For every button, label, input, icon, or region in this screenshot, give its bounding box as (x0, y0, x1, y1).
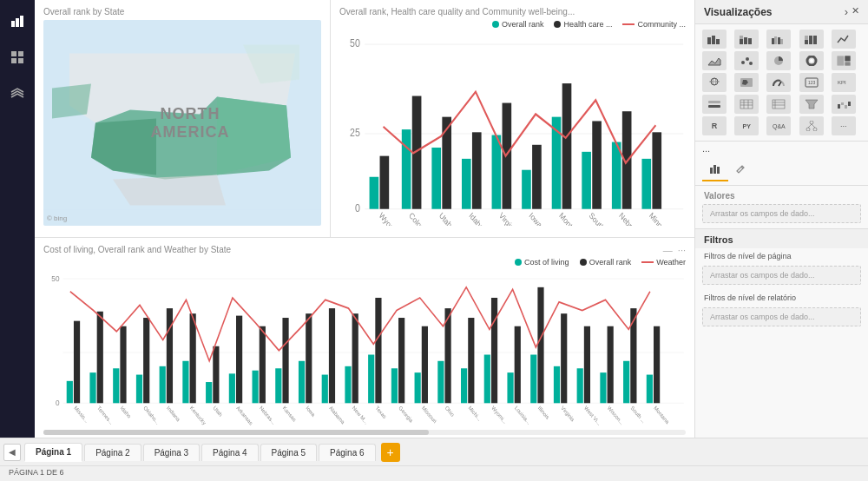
viz-filled-map-icon[interactable] (734, 73, 759, 92)
viz-funnel-icon[interactable] (799, 95, 824, 114)
bottom-chart-svg: 50 0 (43, 268, 686, 426)
viz-gauge-icon[interactable] (766, 73, 791, 92)
filter-page-level: Filtros de nível de página (695, 248, 868, 264)
bar-chart-nav-icon[interactable] (3, 7, 31, 35)
svg-rect-160 (708, 101, 720, 103)
viz-kpi-icon[interactable]: KPI (832, 73, 856, 92)
svg-line-178 (812, 124, 815, 128)
page-tab-3[interactable]: Página 3 (143, 444, 200, 461)
top-bar-chart-title: Overall rank, Health care quality and Co… (339, 7, 686, 16)
viz-cluster-bar-icon[interactable] (766, 30, 791, 49)
svg-rect-98 (630, 308, 636, 403)
svg-rect-94 (584, 326, 590, 404)
map-chart-title: Overall rank by State (43, 7, 321, 16)
svg-rect-61 (206, 382, 212, 403)
viz-donut-icon[interactable] (799, 51, 824, 70)
viz-qna-icon[interactable]: Q&A (766, 116, 791, 135)
svg-rect-127 (707, 37, 711, 44)
svg-text:Ohio: Ohio (444, 405, 456, 418)
viz-matrix-icon[interactable] (766, 95, 791, 114)
svg-rect-129 (716, 39, 720, 44)
svg-line-177 (808, 124, 812, 128)
page-tab-2[interactable]: Página 2 (84, 444, 141, 461)
valores-drop-zone[interactable]: Arrastar os campos de dado... (702, 204, 861, 223)
svg-rect-20 (462, 159, 471, 209)
viz-py-icon[interactable]: PY (734, 116, 759, 135)
ellipsis-h-icon[interactable]: — (663, 245, 673, 255)
svg-rect-67 (275, 368, 281, 403)
svg-rect-83 (461, 368, 467, 403)
svg-rect-92 (561, 313, 567, 403)
viz-scatter-icon[interactable] (734, 51, 759, 70)
svg-marker-171 (806, 100, 818, 109)
svg-rect-131 (740, 36, 743, 39)
viz-map-icon[interactable] (702, 73, 727, 92)
filter-page-drop[interactable]: Arrastar os campos de dado... (702, 266, 861, 285)
viz-line-icon[interactable] (832, 30, 856, 49)
add-page-tab-btn[interactable]: + (381, 443, 400, 462)
svg-text:123: 123 (808, 80, 816, 85)
viz-decomp-icon[interactable] (799, 116, 824, 135)
close-panel-icon[interactable]: ✕ (852, 5, 859, 18)
grid-nav-icon[interactable] (3, 43, 31, 71)
bottom-chart-scrollbar[interactable] (43, 430, 686, 435)
viz-tab-chart[interactable] (702, 159, 728, 181)
svg-rect-56 (143, 318, 149, 403)
svg-rect-128 (712, 36, 715, 44)
right-panel-wrapper: Visualizações › ✕ (694, 0, 868, 438)
svg-point-148 (810, 59, 813, 63)
svg-text:Indiana: Indiana (166, 405, 181, 423)
viz-r-icon[interactable]: R (702, 116, 727, 135)
svg-rect-87 (507, 372, 513, 403)
svg-rect-137 (780, 39, 783, 44)
svg-rect-78 (398, 318, 404, 403)
viz-treemap-icon[interactable] (832, 51, 856, 70)
svg-rect-136 (778, 37, 780, 44)
svg-rect-6 (18, 58, 23, 63)
page-tab-1[interactable]: Página 1 (24, 443, 82, 462)
viz-stacked-bar-icon[interactable] (734, 30, 759, 49)
viz-card-icon[interactable]: 123 (799, 73, 824, 92)
bottom-chart-title: Cost of living, Overall rank and Weather… (43, 245, 686, 254)
viz-waterfall-icon[interactable] (832, 95, 856, 114)
more-viz-btn[interactable]: ... (695, 142, 868, 155)
svg-text:Arkansas: Arkansas (235, 405, 253, 426)
viz-area-icon[interactable] (702, 51, 727, 70)
layers-nav-icon[interactable] (3, 80, 31, 108)
viz-bar-icon[interactable] (702, 30, 727, 49)
viz-pie-icon[interactable] (766, 51, 791, 70)
viz-custom-icon[interactable]: ··· (832, 116, 856, 135)
page-tab-5[interactable]: Página 5 (260, 444, 317, 461)
top-bar-chart-container: Overall rank Health care ... Community .… (339, 20, 686, 226)
more-options-icon[interactable]: ··· (678, 245, 686, 255)
page-tab-4[interactable]: Página 4 (201, 444, 258, 461)
viz-slicer-icon[interactable] (702, 95, 727, 114)
filter-report-drop[interactable]: Arrastar os campos de dado... (702, 307, 861, 326)
viz-table-icon[interactable] (734, 95, 759, 114)
svg-text:Montana: Montana (557, 211, 582, 226)
expand-panel-icon[interactable]: › (845, 5, 848, 18)
viz-100pct-icon[interactable] (799, 30, 824, 49)
svg-text:Missouri: Missouri (421, 405, 437, 425)
svg-text:South D...: South D... (588, 211, 615, 226)
page-tab-6[interactable]: Página 6 (319, 444, 375, 461)
svg-rect-70 (306, 313, 312, 403)
svg-rect-69 (299, 361, 305, 404)
svg-text:Virginia: Virginia (560, 405, 575, 423)
visualizacoes-title: Visualizações (704, 6, 773, 18)
svg-text:Louisia...: Louisia... (514, 405, 532, 425)
svg-point-143 (741, 61, 745, 64)
svg-rect-96 (608, 326, 614, 404)
svg-text:Montana: Montana (653, 405, 670, 425)
map-chart-panel: Overall rank by State (35, 0, 330, 237)
svg-text:Utah: Utah (437, 211, 453, 226)
legend-dot-bottom-overall (580, 259, 587, 266)
viz-tab-format[interactable] (728, 159, 754, 181)
svg-rect-85 (484, 354, 490, 403)
svg-rect-141 (813, 36, 817, 44)
svg-text:Virginia: Virginia (497, 211, 519, 226)
svg-rect-134 (772, 38, 774, 44)
svg-text:Colorado: Colorado (408, 211, 433, 226)
left-sidebar (0, 0, 35, 438)
tab-nav-prev[interactable]: ◀ (3, 444, 21, 461)
